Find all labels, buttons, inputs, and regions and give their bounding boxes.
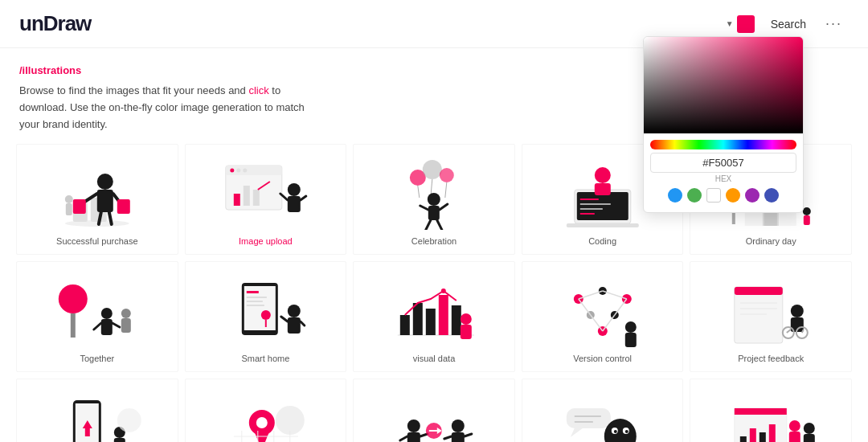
illus-img-together bbox=[23, 275, 171, 347]
svg-point-3 bbox=[97, 174, 113, 190]
illus-img-my-current-location bbox=[192, 392, 340, 442]
svg-line-34 bbox=[420, 206, 428, 210]
svg-line-76 bbox=[300, 321, 304, 325]
illus-label-successful-purchase: Successful purchase bbox=[56, 236, 138, 246]
svg-rect-70 bbox=[246, 305, 264, 306]
svg-rect-74 bbox=[287, 317, 300, 334]
illus-label-visual-data: visual data bbox=[413, 354, 456, 363]
card-successful-purchase[interactable]: Successful purchase bbox=[16, 144, 178, 255]
illus-label-celebration: Celebration bbox=[411, 236, 457, 246]
swatch-blue[interactable] bbox=[668, 188, 682, 203]
illus-img-app-data bbox=[23, 392, 171, 442]
card-quick-chat[interactable]: Quick chat bbox=[522, 379, 684, 442]
svg-rect-60 bbox=[101, 319, 113, 335]
svg-rect-69 bbox=[246, 301, 262, 302]
card-my-current-location[interactable]: My current location bbox=[185, 379, 347, 442]
svg-rect-58 bbox=[71, 313, 76, 338]
svg-line-37 bbox=[437, 220, 442, 230]
svg-rect-116 bbox=[114, 438, 125, 442]
svg-point-22 bbox=[287, 183, 300, 196]
svg-point-45 bbox=[595, 167, 611, 183]
svg-line-29 bbox=[418, 186, 420, 198]
illus-label-project-feedback: Project feedback bbox=[738, 354, 804, 363]
card-project-feedback[interactable]: Project feedback bbox=[690, 261, 852, 372]
color-picker-button[interactable]: ▼ bbox=[723, 12, 758, 36]
illus-label-version-control: Version control bbox=[573, 354, 632, 363]
color-swatches bbox=[650, 188, 796, 203]
card-smart-home[interactable]: Smart home bbox=[185, 261, 347, 372]
illus-label-smart-home: Smart home bbox=[241, 354, 289, 363]
card-together[interactable]: Together bbox=[16, 261, 178, 372]
card-app-data[interactable]: App data bbox=[16, 379, 178, 442]
svg-rect-152 bbox=[750, 428, 756, 442]
svg-point-117 bbox=[117, 408, 141, 432]
logo: unDraw bbox=[19, 11, 91, 36]
svg-line-35 bbox=[440, 204, 448, 210]
svg-point-120 bbox=[256, 417, 267, 428]
svg-line-94 bbox=[579, 299, 591, 315]
card-visual-data[interactable]: visual data bbox=[353, 261, 515, 372]
more-button[interactable]: ··· bbox=[819, 12, 849, 35]
svg-marker-141 bbox=[571, 428, 583, 437]
svg-line-95 bbox=[615, 299, 627, 315]
svg-point-27 bbox=[423, 160, 442, 179]
svg-rect-39 bbox=[577, 192, 628, 220]
card-server-push[interactable]: Server push bbox=[353, 379, 515, 442]
swatch-purple[interactable] bbox=[745, 188, 760, 203]
svg-line-25 bbox=[300, 196, 305, 200]
card-image-upload[interactable]: Image upload bbox=[185, 144, 347, 255]
click-link[interactable]: click bbox=[248, 84, 268, 96]
search-button[interactable]: Search bbox=[764, 14, 813, 34]
card-celebration[interactable]: Celebration bbox=[353, 144, 515, 255]
svg-rect-64 bbox=[121, 318, 131, 333]
svg-rect-140 bbox=[567, 408, 611, 428]
svg-point-28 bbox=[440, 168, 454, 182]
svg-line-75 bbox=[280, 317, 287, 321]
swatch-indigo[interactable] bbox=[764, 188, 779, 203]
color-hex-input-wrap: HEX bbox=[650, 153, 796, 183]
svg-rect-80 bbox=[426, 309, 436, 335]
color-hex-label: HEX bbox=[715, 174, 732, 183]
svg-rect-82 bbox=[452, 305, 461, 335]
svg-marker-119 bbox=[254, 432, 268, 442]
color-arrow-icon: ▼ bbox=[726, 19, 734, 28]
illus-label-image-upload: Image upload bbox=[239, 236, 293, 246]
svg-point-105 bbox=[791, 305, 804, 317]
illus-img-server-push bbox=[360, 392, 508, 442]
illus-img-successful-purchase bbox=[23, 158, 171, 230]
svg-rect-18 bbox=[233, 194, 240, 206]
svg-point-11 bbox=[65, 195, 73, 203]
illus-label-coding: Coding bbox=[588, 236, 616, 246]
svg-rect-156 bbox=[789, 432, 800, 442]
svg-line-138 bbox=[444, 436, 452, 439]
color-hex-input[interactable] bbox=[650, 153, 796, 173]
svg-rect-101 bbox=[735, 287, 783, 295]
svg-rect-40 bbox=[567, 223, 639, 227]
swatch-orange[interactable] bbox=[726, 188, 740, 203]
svg-line-139 bbox=[465, 434, 472, 436]
card-version-control[interactable]: Version control bbox=[522, 261, 684, 372]
svg-point-17 bbox=[243, 169, 247, 173]
svg-rect-85 bbox=[461, 325, 472, 339]
swatch-green[interactable] bbox=[687, 188, 702, 203]
illus-label-together: Together bbox=[80, 354, 114, 363]
svg-rect-20 bbox=[252, 190, 259, 206]
svg-rect-78 bbox=[400, 315, 410, 335]
svg-point-59 bbox=[101, 308, 113, 319]
svg-rect-46 bbox=[595, 183, 611, 195]
svg-point-148 bbox=[625, 430, 628, 433]
color-gradient[interactable] bbox=[644, 37, 803, 133]
card-growth-analytics[interactable]: Growth analytics bbox=[690, 379, 852, 442]
intro-text: Browse to find the images that fit your … bbox=[19, 83, 325, 133]
illus-img-version-control bbox=[529, 275, 677, 347]
illus-label-ordinary-day: Ordinary day bbox=[746, 236, 796, 246]
svg-line-36 bbox=[426, 220, 431, 230]
swatch-white[interactable] bbox=[706, 188, 721, 203]
illus-img-image-upload bbox=[192, 158, 340, 230]
svg-rect-23 bbox=[287, 196, 300, 212]
svg-line-131 bbox=[400, 436, 407, 440]
color-hue-bar[interactable] bbox=[650, 140, 796, 149]
svg-point-84 bbox=[461, 313, 472, 325]
illus-img-visual-data bbox=[360, 275, 508, 347]
illus-img-quick-chat bbox=[529, 392, 677, 442]
